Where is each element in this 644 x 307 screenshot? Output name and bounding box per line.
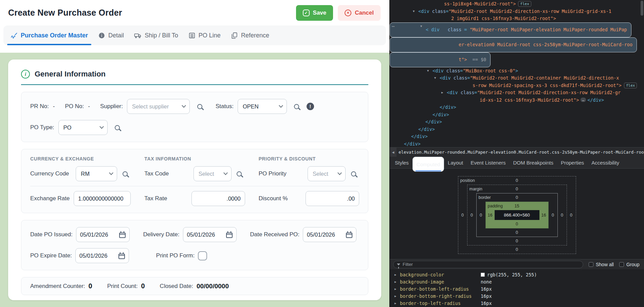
- computed-property-row[interactable]: ▶border-bottom-right-radius16px: [390, 292, 644, 300]
- devtools-tab-dom-breakpoints[interactable]: DOM Breakpoints: [510, 157, 557, 168]
- dom-tree-node[interactable]: 2 imgGird1 css-16fnxy3-MuiGrid2-root">: [390, 15, 644, 22]
- tax-search-button[interactable]: [234, 168, 245, 180]
- dom-tree-node[interactable]: ▼<div class="MuiBox-root css-0">: [390, 67, 644, 75]
- dom-tree-node[interactable]: </div>: [390, 126, 644, 133]
- po-type-search-button[interactable]: [112, 122, 123, 133]
- flex-badge[interactable]: flex: [518, 1, 531, 7]
- cancel-button[interactable]: ✕ Cancel: [338, 5, 381, 21]
- dom-tree-node[interactable]: ▼⋯<div class="MuiPaper-root MuiPaper-ele…: [390, 22, 631, 37]
- filter-input[interactable]: Filter: [393, 261, 583, 268]
- delivery-date-value: 05/01/2026: [187, 232, 215, 238]
- show-all-checkbox[interactable]: Show all: [589, 262, 614, 267]
- priority-search-button[interactable]: [348, 168, 359, 180]
- devtools-tab-accessibility[interactable]: Accessibility: [588, 157, 623, 168]
- computed-property-row[interactable]: ▶border-top-left-radius16px: [390, 300, 644, 307]
- dom-tree-node[interactable]: ss-1pi8xg4-MuiGrid2-root">flex: [390, 0, 644, 8]
- date-received-po-input[interactable]: 05/01/2026: [303, 227, 356, 242]
- code-token: <: [426, 26, 428, 34]
- discount-label: Discount %: [259, 195, 288, 202]
- tab-label: Ship / Bill To: [145, 32, 178, 39]
- po-type-select[interactable]: PO: [58, 120, 108, 135]
- currency-search-button[interactable]: [119, 168, 131, 180]
- search-icon: [237, 171, 242, 176]
- tab-card-gap: [0, 45, 389, 53]
- expand-arrow-icon[interactable]: ▶: [394, 287, 400, 291]
- tax-rate-input[interactable]: .0000: [191, 191, 245, 206]
- tab-ship-bill-to[interactable]: Ship / Bill To: [129, 25, 183, 45]
- dom-tree-node[interactable]: ▼<div class="MuiGrid2-root MuiGrid2-dire…: [390, 8, 644, 15]
- status-select[interactable]: OPEN: [238, 99, 287, 114]
- computed-property-row[interactable]: ▶background-imagenone: [390, 278, 644, 285]
- tax-code-select[interactable]: Select: [194, 166, 232, 181]
- devtools-tab-properties[interactable]: Properties: [557, 157, 588, 168]
- code-token: div: [435, 68, 443, 73]
- dom-tree-node[interactable]: ▼<div class="MuiGrid2-root MuiGrid2-cont…: [390, 74, 644, 82]
- expand-arrow-icon[interactable]: ▶: [394, 280, 400, 284]
- supplier-select[interactable]: Select supplier: [127, 99, 190, 114]
- expand-arrow-icon[interactable]: ▶: [394, 294, 400, 298]
- computed-property-row[interactable]: ▶background-colorrgb(255, 255, 255): [390, 271, 644, 278]
- code-token: </: [433, 112, 438, 117]
- expand-arrow-icon[interactable]: ▶: [394, 302, 400, 305]
- show-all-label: Show all: [596, 262, 614, 267]
- breadcrumb-scroll-left-button[interactable]: ◀: [390, 148, 397, 157]
- computed-property-row[interactable]: ▶border-bottom-left-radius16px: [390, 285, 644, 292]
- status-select-value: OPEN: [243, 103, 259, 110]
- dom-tree-node[interactable]: </div>: [390, 133, 644, 140]
- tab-detail[interactable]: Detail: [93, 25, 129, 45]
- devtools-tab-computed[interactable]: Computed: [412, 157, 444, 172]
- tree-collapse-arrow-icon[interactable]: ▼: [434, 74, 436, 82]
- dom-tree-node[interactable]: ▶<div class="MuiGrid2-root MuiGrid2-dire…: [390, 89, 644, 97]
- section-divider: [21, 84, 368, 85]
- devtools-tab-styles[interactable]: Styles: [391, 157, 412, 168]
- code-token: >: [454, 104, 456, 110]
- exchange-rate-input[interactable]: 1.0000000000000: [74, 191, 131, 206]
- tax-group-header: TAX INFORMATION: [144, 156, 245, 161]
- expand-arrow-icon[interactable]: ▶: [394, 273, 400, 276]
- dom-tree-node[interactable]: </div>: [390, 140, 644, 148]
- code-token: div: [431, 119, 439, 124]
- code-token: <: [433, 68, 435, 73]
- date-po-issued-input[interactable]: 05/01/2026: [76, 227, 130, 242]
- dom-tree-node[interactable]: </div>: [390, 118, 644, 126]
- dom-tree-node[interactable]: </div>: [390, 111, 644, 119]
- dom-tree-node[interactable]: er-elevation0 MuiCard-root css-2s58ym-Mu…: [390, 37, 637, 52]
- property-name: border-bottom-left-radius: [400, 286, 481, 292]
- property-value: 16px: [481, 293, 492, 299]
- dom-tree-node[interactable]: s-row MuiGrid2-spacing-xs-3 css-dkd71f-M…: [390, 82, 644, 89]
- flex-badge[interactable]: flex: [624, 83, 637, 88]
- box-model-label: margin: [470, 187, 482, 191]
- node-overflow-dots-icon[interactable]: ⋯: [392, 23, 395, 30]
- box-model-value: 15: [515, 204, 519, 208]
- dom-tree-node[interactable]: t"> == $0: [390, 52, 491, 67]
- pr-no-value: -: [53, 103, 55, 110]
- collapsed-children-dots[interactable]: …: [581, 98, 586, 102]
- breadcrumb[interactable]: elevation.MuiPaper-rounded.MuiPaper-elev…: [397, 150, 644, 155]
- group-checkbox[interactable]: Group: [619, 262, 640, 267]
- devtools-tab-layout[interactable]: Layout: [444, 157, 467, 168]
- po-expire-date-input[interactable]: 05/01/2026: [75, 248, 129, 263]
- supplier-search-button[interactable]: [194, 101, 205, 112]
- discount-input[interactable]: .00: [306, 191, 359, 206]
- discount-value: .00: [347, 195, 355, 202]
- box-model-value: 0: [516, 230, 518, 235]
- tab-label: Reference: [241, 32, 269, 39]
- tree-collapse-arrow-icon[interactable]: ▼: [420, 23, 422, 30]
- devtools-tab-event-listeners[interactable]: Event Listeners: [467, 157, 509, 168]
- save-button[interactable]: ✓ Save: [296, 5, 333, 21]
- dom-tree-node[interactable]: </div>: [390, 104, 644, 111]
- dom-tree-node[interactable]: id-xs-12 css-16fnxy3-MuiGrid2-root">…</d…: [390, 97, 644, 104]
- po-type-select-value: PO: [63, 124, 72, 131]
- print-po-form-checkbox[interactable]: [198, 251, 207, 260]
- tab-purchase-order-master[interactable]: Purchase Order Master: [5, 25, 93, 45]
- delivery-date-input[interactable]: 05/01/2026: [183, 227, 237, 242]
- tree-collapse-arrow-icon[interactable]: ▼: [427, 67, 429, 75]
- box-model-value: 0: [458, 245, 576, 254]
- status-search-button[interactable]: [291, 101, 302, 112]
- tree-collapse-arrow-icon[interactable]: ▼: [413, 8, 415, 15]
- tab-reference[interactable]: Reference: [226, 25, 274, 45]
- tab-po-line[interactable]: PO Line: [183, 25, 226, 45]
- po-priority-select[interactable]: Select: [308, 166, 346, 181]
- currency-code-select[interactable]: RM: [76, 166, 117, 181]
- tree-expand-arrow-icon[interactable]: ▶: [441, 89, 443, 97]
